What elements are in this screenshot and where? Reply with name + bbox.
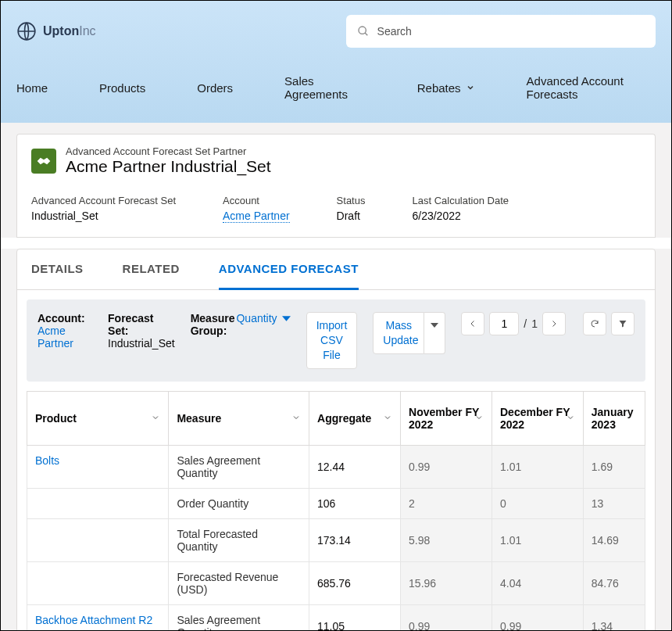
tab-advanced-forecast[interactable]: ADVANCED FORECAST <box>219 249 359 290</box>
cell-aggregate: 11.05 <box>309 604 401 631</box>
nav-orders[interactable]: Orders <box>197 74 233 101</box>
forecast-table: Product Measure Aggregate November FY 20… <box>27 391 645 631</box>
table-row: Backhoe Attachment R2Sales Agreement Qua… <box>27 604 645 631</box>
field-value-forecast-set: Industrial_Set <box>31 210 176 222</box>
cell-month[interactable]: 2 <box>401 488 492 518</box>
pager-total: 1 <box>531 317 538 330</box>
col-product[interactable]: Product <box>27 391 169 445</box>
caret-down-icon <box>282 314 291 323</box>
cell-measure: Order Quantity <box>169 488 309 518</box>
cell-month[interactable]: 15.96 <box>401 561 492 604</box>
filter-account-label: Account: <box>38 312 85 324</box>
pager-prev[interactable] <box>461 312 484 335</box>
filter-account-value[interactable]: Acme Partner <box>38 324 73 350</box>
pager-sep: / <box>524 317 527 330</box>
brand-logo[interactable]: UptonInc <box>16 21 96 41</box>
mass-update-button[interactable]: Mass Update <box>373 312 424 354</box>
cell-month[interactable]: 0 <box>491 488 583 518</box>
cell-month[interactable]: 1.01 <box>491 445 583 488</box>
record-title: Acme Partner Industrial_Set <box>66 157 271 176</box>
col-month-1[interactable]: November FY 2022 <box>401 391 492 445</box>
filter-measure-group-label: Measure Group: <box>191 312 235 337</box>
cell-month[interactable]: 13 <box>583 488 645 518</box>
cell-product <box>27 488 169 518</box>
cell-month[interactable]: 0.99 <box>401 445 492 488</box>
cell-aggregate: 173.14 <box>309 518 401 561</box>
cell-measure: Total Forecasted Quantity <box>169 518 309 561</box>
nav-rebates[interactable]: Rebates <box>417 74 475 101</box>
cell-product[interactable]: Bolts <box>27 445 169 488</box>
field-label-account: Account <box>223 195 290 206</box>
table-row: Order Quantity1062013 <box>27 488 645 518</box>
cell-aggregate: 106 <box>309 488 401 518</box>
handshake-icon <box>36 153 52 169</box>
measure-group-picker[interactable]: Quantity <box>236 312 290 324</box>
mass-update-more[interactable] <box>424 312 445 354</box>
search-icon <box>357 25 370 38</box>
cell-product <box>27 561 169 604</box>
tab-related[interactable]: RELATED <box>123 249 180 289</box>
search-placeholder: Search <box>377 25 412 38</box>
caret-down-icon <box>431 321 438 329</box>
svg-point-1 <box>359 27 366 34</box>
global-search[interactable]: Search <box>346 15 656 48</box>
cell-measure: Sales Agreement Quantity <box>169 604 309 631</box>
col-month-2[interactable]: December FY 2022 <box>491 391 583 445</box>
filter-set-value: Industrial_Set <box>108 337 175 350</box>
table-row: BoltsSales Agreement Quantity12.440.991.… <box>27 445 645 488</box>
nav-products[interactable]: Products <box>99 74 145 101</box>
cell-aggregate: 12.44 <box>309 445 401 488</box>
pager-next[interactable] <box>542 312 566 335</box>
field-label-forecast-set: Advanced Account Forecast Set <box>31 195 176 206</box>
col-measure[interactable]: Measure <box>169 391 309 445</box>
brand-name: UptonInc <box>43 24 96 38</box>
cell-month[interactable]: 1.01 <box>491 518 583 561</box>
col-aggregate[interactable]: Aggregate <box>309 391 401 445</box>
cell-month[interactable]: 84.76 <box>583 561 645 604</box>
field-value-last-calc: 6/23/2022 <box>412 210 509 222</box>
cell-month[interactable]: 14.69 <box>583 518 645 561</box>
field-label-last-calc: Last Calculation Date <box>412 195 509 206</box>
record-icon <box>31 149 56 174</box>
cell-month[interactable]: 1.69 <box>583 445 645 488</box>
filter-button[interactable] <box>611 312 634 335</box>
nav-home[interactable]: Home <box>16 74 48 101</box>
pager-current[interactable] <box>489 312 519 335</box>
cell-month[interactable]: 1.34 <box>583 604 645 631</box>
primary-nav: Home Products Orders Sales Agreements Re… <box>1 48 671 101</box>
chevron-down-icon <box>466 83 475 92</box>
funnel-icon <box>618 319 627 328</box>
cell-month[interactable]: 0.99 <box>491 604 583 631</box>
cell-product <box>27 518 169 561</box>
nav-advanced-forecasts[interactable]: Advanced Account Forecasts <box>527 74 656 101</box>
record-type-label: Advanced Account Forecast Set Partner <box>66 145 271 157</box>
table-row: Forecasted Revenue (USD)685.7615.964.048… <box>27 561 645 604</box>
tab-details[interactable]: DETAILS <box>31 249 84 289</box>
cell-product[interactable]: Backhoe Attachment R2 <box>27 604 169 631</box>
cell-month[interactable]: 0.99 <box>401 604 492 631</box>
refresh-button[interactable] <box>583 312 606 335</box>
cell-aggregate: 685.76 <box>309 561 401 604</box>
field-label-status: Status <box>337 195 366 206</box>
cell-measure: Forecasted Revenue (USD) <box>169 561 309 604</box>
import-csv-button[interactable]: Import CSV File <box>306 312 358 369</box>
cell-measure: Sales Agreement Quantity <box>169 445 309 488</box>
table-row: Total Forecasted Quantity173.145.981.011… <box>27 518 645 561</box>
cell-month[interactable]: 4.04 <box>491 561 583 604</box>
cell-month[interactable]: 5.98 <box>401 518 492 561</box>
nav-sales-agreements[interactable]: Sales Agreements <box>284 74 366 101</box>
globe-icon <box>16 21 37 41</box>
filter-set-label: Forecast Set: <box>108 312 175 337</box>
col-month-3[interactable]: January 2023 <box>583 391 645 445</box>
field-value-account[interactable]: Acme Partner <box>223 210 290 223</box>
record-tabs: DETAILS RELATED ADVANCED FORECAST <box>17 249 655 290</box>
field-value-status: Draft <box>337 210 366 222</box>
